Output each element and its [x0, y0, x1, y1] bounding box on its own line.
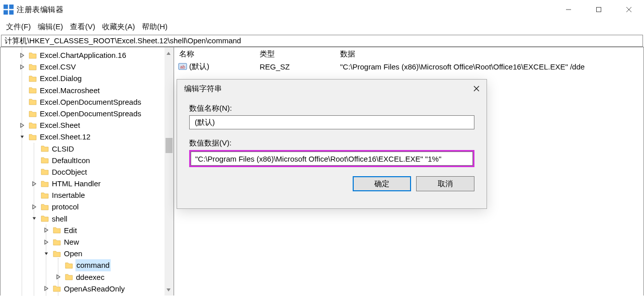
address-bar[interactable]: 计算机\HKEY_CLASSES_ROOT\Excel.Sheet.12\she…: [1, 35, 643, 47]
tree-item-open[interactable]: Open: [1, 248, 174, 259]
tree-item-excel-macrosheet[interactable]: Excel.Macrosheet: [1, 85, 174, 96]
tree-item-label: Excel.Sheet: [39, 119, 80, 131]
value-data-highlight: [189, 150, 474, 167]
folder-icon: [29, 110, 37, 117]
value-type: REG_SZ: [255, 62, 335, 71]
tree-item-excel-sheet[interactable]: Excel.Sheet: [1, 119, 174, 131]
chevron-right-icon[interactable]: [31, 203, 38, 210]
chevron-right-icon[interactable]: [43, 239, 50, 246]
tree-item-label: HTML Handler: [51, 178, 101, 189]
svg-rect-3: [9, 10, 14, 15]
col-data[interactable]: 数据: [335, 49, 643, 59]
folder-icon: [41, 180, 49, 187]
tree-item-label: Excel.OpenDocumentSpreads: [39, 108, 142, 119]
col-name[interactable]: 名称: [174, 49, 255, 59]
tree-pane: Excel.ChartApplication.16Excel.CSVExcel.…: [0, 47, 174, 295]
tree-item-insertable[interactable]: Insertable: [1, 189, 174, 201]
chevron-down-icon[interactable]: [31, 215, 38, 222]
tree-item-excel-sheet-12[interactable]: Excel.Sheet.12: [1, 131, 174, 142]
tree-item-label: DocObject: [51, 166, 88, 178]
tree-item-new[interactable]: New: [1, 236, 174, 248]
folder-icon: [29, 122, 37, 129]
folder-icon: [53, 250, 61, 257]
chevron-right-icon[interactable]: [43, 285, 50, 292]
expand-placeholder: [19, 75, 26, 82]
tree-item-clsid[interactable]: CLSID: [1, 143, 174, 155]
tree-item-protocol[interactable]: protocol: [1, 201, 174, 212]
svg-rect-5: [597, 8, 601, 12]
folder-icon: [53, 239, 61, 246]
folder-icon: [41, 192, 49, 199]
chevron-right-icon[interactable]: [19, 122, 26, 129]
chevron-right-icon[interactable]: [19, 52, 26, 59]
folder-icon: [29, 87, 37, 94]
tree-item-label: Excel.Sheet.12: [39, 131, 91, 142]
svg-marker-12: [33, 182, 36, 186]
folder-icon: [29, 52, 37, 59]
tree-item-excel-dialog[interactable]: Excel.Dialog: [1, 72, 174, 84]
chevron-right-icon[interactable]: [43, 227, 50, 234]
value-name: (默认): [189, 62, 209, 71]
folder-icon: [53, 227, 61, 234]
svg-marker-8: [21, 53, 24, 57]
svg-marker-13: [33, 205, 36, 209]
svg-marker-15: [45, 228, 48, 232]
chevron-down-icon[interactable]: [19, 133, 26, 140]
window-controls: [553, 0, 644, 19]
list-row[interactable]: ab (默认) REG_SZ "C:\Program Files (x86)\M…: [174, 60, 643, 72]
tree-item-label: shell: [51, 213, 68, 225]
chevron-right-icon[interactable]: [19, 63, 26, 70]
menu-view[interactable]: 查看(V): [70, 22, 95, 32]
folder-icon: [41, 145, 49, 152]
folder-icon: [41, 215, 49, 222]
tree-item-command[interactable]: command: [1, 259, 174, 271]
expand-placeholder: [31, 157, 38, 164]
tree-item-docobject[interactable]: DocObject: [1, 166, 174, 178]
edit-string-dialog: 编辑字符串 数值名称(N): (默认) 数值数据(V): 确定 取消: [177, 79, 487, 209]
tree-item-label: ddeexec: [75, 271, 105, 283]
menu-favorites[interactable]: 收藏夹(A): [102, 22, 135, 32]
tree-item-label: Excel.CSV: [39, 61, 76, 72]
tree-item-openasreadonly[interactable]: OpenAsReadOnly: [1, 283, 174, 294]
minimize-button[interactable]: [553, 0, 584, 19]
cancel-button[interactable]: 取消: [416, 176, 474, 191]
tree-item-excel-csv[interactable]: Excel.CSV: [1, 61, 174, 72]
dialog-close-button[interactable]: [466, 80, 487, 98]
folder-icon: [41, 168, 49, 175]
svg-text:ab: ab: [180, 64, 185, 69]
tree-item-excel-opendocumentspreads[interactable]: Excel.OpenDocumentSpreads: [1, 108, 174, 119]
address-text: 计算机\HKEY_CLASSES_ROOT\Excel.Sheet.12\she…: [5, 36, 241, 46]
title-bar: 注册表编辑器: [0, 0, 644, 19]
expand-placeholder: [31, 168, 38, 175]
tree-item-excel-chartapplication-16[interactable]: Excel.ChartApplication.16: [1, 49, 174, 61]
chevron-down-icon[interactable]: [43, 250, 50, 257]
tree-item-label: protocol: [51, 201, 79, 212]
chevron-right-icon[interactable]: [55, 273, 62, 280]
value-data-label: 数值数据(V):: [189, 138, 474, 148]
close-button[interactable]: [614, 0, 644, 19]
svg-marker-9: [21, 65, 24, 69]
tree-item-label: New: [63, 236, 79, 248]
value-data-input[interactable]: [191, 152, 473, 166]
tree-item-excel-opendocumentspreads[interactable]: Excel.OpenDocumentSpreads: [1, 96, 174, 108]
menu-bar: 文件(F) 编辑(E) 查看(V) 收藏夹(A) 帮助(H): [0, 19, 644, 34]
folder-icon: [41, 157, 49, 164]
tree-item-label: DefaultIcon: [51, 155, 91, 166]
folder-icon: [29, 133, 37, 140]
menu-edit[interactable]: 编辑(E): [38, 22, 63, 32]
menu-file[interactable]: 文件(F): [6, 22, 31, 32]
folder-icon: [65, 262, 73, 269]
tree-item-html-handler[interactable]: HTML Handler: [1, 178, 174, 189]
value-name-label: 数值名称(N):: [189, 104, 474, 113]
svg-marker-16: [45, 240, 48, 244]
col-type[interactable]: 类型: [255, 49, 335, 59]
tree-item-edit[interactable]: Edit: [1, 225, 174, 236]
menu-help[interactable]: 帮助(H): [142, 22, 168, 32]
value-name-field: (默认): [189, 115, 474, 129]
maximize-button[interactable]: [584, 0, 614, 19]
tree-item-shell[interactable]: shell: [1, 213, 174, 225]
chevron-right-icon[interactable]: [31, 180, 38, 187]
tree-item-defaulticon[interactable]: DefaultIcon: [1, 155, 174, 166]
ok-button[interactable]: 确定: [353, 176, 411, 191]
tree-item-ddeexec[interactable]: ddeexec: [1, 271, 174, 283]
